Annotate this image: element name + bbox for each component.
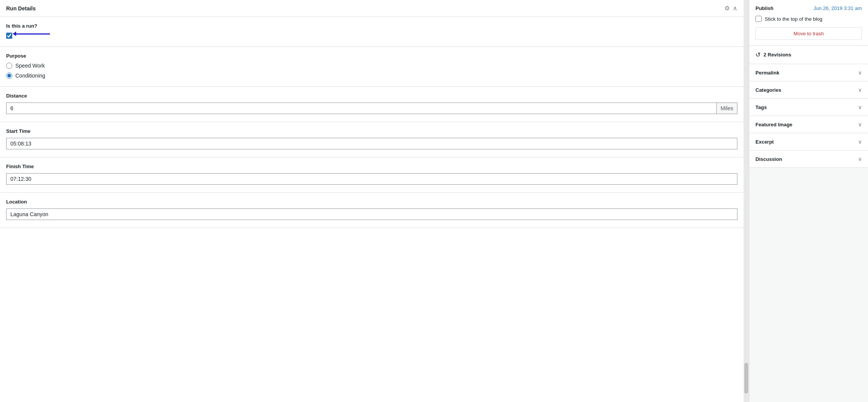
- panel-collapse-icon[interactable]: ∧: [733, 5, 737, 12]
- distance-input-group: Miles: [6, 103, 737, 114]
- featured-image-section[interactable]: Featured Image ∨: [749, 116, 868, 133]
- revisions-row: ↺ 2 Revisions: [755, 51, 862, 58]
- discussion-label: Discussion: [755, 156, 782, 162]
- conditioning-label: Conditioning: [15, 73, 45, 79]
- is-run-label: Is this a run?: [6, 23, 737, 29]
- discussion-chevron-icon: ∨: [858, 156, 862, 162]
- revisions-section: ↺ 2 Revisions: [749, 46, 868, 64]
- excerpt-label: Excerpt: [755, 139, 774, 145]
- excerpt-section[interactable]: Excerpt ∨: [749, 133, 868, 151]
- speed-work-radio[interactable]: [6, 63, 12, 69]
- start-time-section: Start Time: [0, 122, 744, 157]
- gear-icon[interactable]: ⚙: [724, 5, 730, 12]
- panel-title: Run Details: [6, 5, 36, 12]
- distance-section: Distance Miles: [0, 87, 744, 122]
- right-sidebar: Publish Jun 26, 2019 3:31 am Stick to th…: [749, 0, 868, 402]
- tags-label: Tags: [755, 104, 767, 110]
- purpose-radio-group: Speed Work Conditioning: [6, 63, 737, 79]
- location-label: Location: [6, 199, 737, 205]
- conditioning-radio[interactable]: [6, 73, 12, 79]
- start-time-input[interactable]: [6, 138, 737, 149]
- panel-header-actions: ⚙ ∧: [724, 5, 737, 12]
- tags-section[interactable]: Tags ∨: [749, 99, 868, 116]
- categories-section[interactable]: Categories ∨: [749, 81, 868, 99]
- excerpt-chevron-icon: ∨: [858, 139, 862, 145]
- is-run-checkbox[interactable]: [6, 33, 12, 39]
- stick-row: Stick to the top of the blog: [755, 16, 862, 22]
- distance-label: Distance: [6, 93, 737, 99]
- revisions-label: 2 Revisions: [764, 52, 791, 58]
- permalink-label: Permalink: [755, 70, 779, 76]
- finish-time-section: Finish Time: [0, 157, 744, 193]
- finish-time-input[interactable]: [6, 173, 737, 185]
- featured-image-chevron-icon: ∨: [858, 121, 862, 127]
- publish-row: Publish Jun 26, 2019 3:31 am: [755, 5, 862, 11]
- location-section: Location: [0, 193, 744, 228]
- publish-label: Publish: [755, 5, 774, 11]
- publish-date-link[interactable]: Jun 26, 2019 3:31 am: [813, 5, 862, 11]
- distance-input[interactable]: [6, 103, 717, 114]
- categories-chevron-icon: ∨: [858, 87, 862, 93]
- stick-label: Stick to the top of the blog: [765, 16, 822, 22]
- categories-label: Categories: [755, 87, 781, 93]
- location-input[interactable]: [6, 208, 737, 220]
- conditioning-row: Conditioning: [6, 73, 737, 79]
- purpose-section: Purpose Speed Work Conditioning: [0, 47, 744, 87]
- main-panel: Run Details ⚙ ∧ Is this a run? Purpose: [0, 0, 744, 402]
- purpose-label: Purpose: [6, 53, 737, 59]
- publish-section: Publish Jun 26, 2019 3:31 am Stick to th…: [749, 0, 868, 46]
- tags-chevron-icon: ∨: [858, 104, 862, 110]
- scrollbar-track[interactable]: [744, 0, 749, 402]
- distance-unit: Miles: [717, 103, 737, 114]
- scrollbar-thumb[interactable]: [744, 363, 748, 394]
- speed-work-label: Speed Work: [15, 63, 45, 69]
- stick-checkbox[interactable]: [755, 16, 762, 22]
- discussion-section[interactable]: Discussion ∨: [749, 151, 868, 168]
- start-time-label: Start Time: [6, 128, 737, 134]
- permalink-section[interactable]: Permalink ∨: [749, 64, 868, 81]
- featured-image-label: Featured Image: [755, 122, 792, 127]
- is-run-checkbox-row: [6, 33, 737, 39]
- move-trash-button[interactable]: Move to trash: [755, 27, 862, 40]
- speed-work-row: Speed Work: [6, 63, 737, 69]
- is-run-section: Is this a run?: [0, 17, 744, 47]
- panel-header: Run Details ⚙ ∧: [0, 0, 744, 17]
- permalink-chevron-icon: ∨: [858, 69, 862, 76]
- revisions-icon: ↺: [755, 51, 760, 58]
- finish-time-label: Finish Time: [6, 164, 737, 169]
